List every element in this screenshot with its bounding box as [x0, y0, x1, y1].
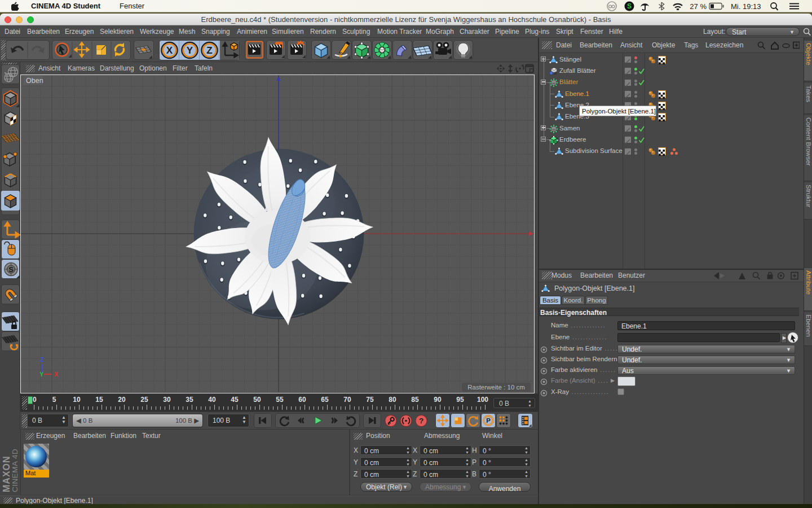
svg-text:P: P	[486, 417, 491, 424]
svg-text:X: X	[54, 371, 59, 378]
svg-text:Rasterweite : 10 cm: Rasterweite : 10 cm	[467, 384, 525, 391]
svg-text:Oben: Oben	[26, 77, 43, 85]
svg-text:Z: Z	[40, 356, 44, 363]
svg-text:Z: Z	[206, 45, 212, 56]
svg-text:Y: Y	[186, 45, 193, 56]
svg-text:X: X	[166, 45, 173, 56]
svg-text:Y: Y	[39, 371, 44, 378]
svg-text:S: S	[627, 2, 632, 10]
svg-text:?: ?	[419, 417, 423, 425]
svg-text:27 %: 27 %	[690, 2, 707, 11]
svg-text:Mi. 19:13: Mi. 19:13	[731, 2, 761, 11]
svg-text:S: S	[8, 265, 14, 274]
